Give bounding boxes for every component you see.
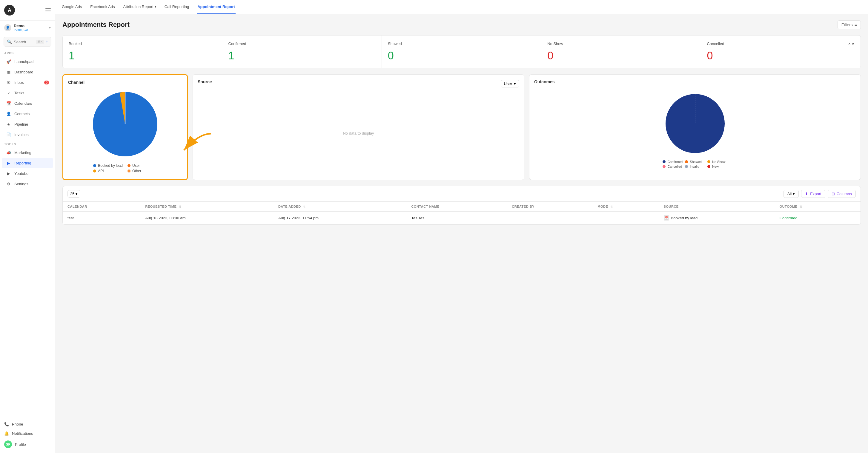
sidebar-item-invoices[interactable]: 📄 Invoices	[2, 130, 53, 140]
tab-attribution-report[interactable]: Attribution Report ▾	[123, 0, 157, 14]
source-cell: 📅 Booked by lead	[664, 215, 770, 221]
sidebar-item-phone[interactable]: 📞 Phone	[0, 420, 55, 429]
stat-label-confirmed: Confirmed	[228, 41, 375, 46]
sidebar-item-reporting[interactable]: ▶ Reporting	[2, 158, 53, 168]
marketing-icon: 📣	[6, 150, 11, 155]
filter-all-dropdown[interactable]: All ▾	[783, 190, 799, 198]
sidebar-item-marketing[interactable]: 📣 Marketing	[2, 148, 53, 158]
cell-mode	[593, 212, 659, 224]
page-size-control: 25 ▾	[67, 190, 80, 198]
sidebar-item-calendars[interactable]: 📅 Calendars	[2, 98, 53, 108]
export-button[interactable]: ⬆ Export	[801, 190, 825, 198]
col-date-added[interactable]: Date Added ⇅	[274, 202, 406, 212]
col-mode[interactable]: Mode ⇅	[593, 202, 659, 212]
sidebar-item-settings[interactable]: ⚙ Settings	[2, 179, 53, 189]
legend-api: API	[93, 169, 123, 173]
stat-label-cancelled: Cancelled ∧ ∨	[707, 41, 855, 46]
legend-user: User	[127, 164, 157, 168]
sidebar-item-label: Inbox	[14, 80, 24, 85]
channel-chart-card: Channel Booked by lead	[62, 74, 188, 180]
notifications-icon: 🔔	[4, 431, 9, 436]
charts-row: Channel Booked by lead	[62, 74, 861, 180]
table-actions: All ▾ ⬆ Export ⊞ Columns	[783, 190, 856, 198]
apps-section-label: Apps	[0, 49, 55, 56]
columns-icon: ⊞	[832, 192, 835, 196]
tab-google-ads[interactable]: Google Ads	[61, 0, 83, 14]
sidebar-item-label: Launchpad	[14, 59, 33, 64]
pipeline-icon: ◈	[6, 122, 11, 127]
tasks-icon: ✓	[6, 90, 11, 96]
tab-facebook-ads[interactable]: Facebook Ads	[90, 0, 115, 14]
sidebar-item-profile[interactable]: GP Profile	[0, 438, 55, 451]
sidebar-item-dashboard[interactable]: ▦ Dashboard	[2, 67, 53, 77]
sidebar-item-inbox[interactable]: ✉ Inbox 0	[2, 77, 53, 88]
filters-button[interactable]: Filters ≡	[838, 20, 861, 29]
upload-icon[interactable]: ↑	[46, 39, 48, 44]
sidebar-item-launchpad[interactable]: 🚀 Launchpad	[2, 56, 53, 67]
stat-value-no-show: 0	[547, 50, 694, 62]
channel-legend: Booked by lead User API Other	[93, 164, 157, 173]
account-location: Irvine, CA	[14, 28, 46, 32]
page-header: Appointments Report Filters ≡	[62, 20, 861, 29]
source-dropdown[interactable]: User ▾	[501, 80, 519, 88]
stat-value-showed: 0	[388, 50, 535, 62]
inbox-badge: 0	[44, 80, 49, 85]
page-title: Appointments Report	[62, 21, 130, 29]
outcomes-chart-title: Outcomes	[534, 79, 856, 84]
nav-tabs: Google Ads Facebook Ads Attribution Repo…	[61, 0, 236, 14]
profile-avatar: GP	[4, 441, 12, 448]
stat-label-no-show: No Show	[547, 41, 694, 46]
sidebar-item-label: Reporting	[14, 161, 31, 165]
account-icon: 👤	[4, 24, 11, 31]
channel-chart-area: Booked by lead User API Other	[68, 88, 182, 173]
sidebar-item-label: Contacts	[14, 111, 30, 116]
sidebar-item-label: Youtube	[14, 171, 28, 176]
cancelled-dot	[662, 165, 665, 168]
legend-invalid: Invalid	[685, 165, 705, 168]
sidebar-footer: 📞 Phone 🔔 Notifications GP Profile	[0, 417, 55, 453]
col-created-by: Created By	[507, 202, 593, 212]
sidebar-item-notifications[interactable]: 🔔 Notifications	[0, 429, 55, 438]
account-switcher[interactable]: 👤 Demo Irvine, CA ▾	[0, 21, 55, 35]
api-dot	[93, 169, 96, 172]
invalid-dot	[685, 165, 688, 168]
col-requested-time[interactable]: Requested Time ⇅	[140, 202, 273, 212]
youtube-icon: ▶	[6, 171, 11, 176]
source-booked-icon: 📅	[664, 215, 669, 221]
appointments-table: Calendar Requested Time ⇅ Date Added ⇅ C…	[63, 202, 861, 224]
page-size-select[interactable]: 25 ▾	[67, 190, 80, 198]
tab-appointment-report[interactable]: Appointment Report	[197, 0, 236, 14]
stat-card-showed: Showed 0	[382, 35, 541, 68]
sidebar-item-youtube[interactable]: ▶ Youtube	[2, 168, 53, 179]
top-navigation: Google Ads Facebook Ads Attribution Repo…	[55, 0, 868, 14]
sidebar-item-tasks[interactable]: ✓ Tasks	[2, 88, 53, 98]
cell-date-added: Aug 17 2023, 11:54 pm	[274, 212, 406, 224]
sidebar-item-label: Pipeline	[14, 122, 28, 127]
phone-icon: 📞	[4, 422, 9, 426]
outcomes-chart-area: Confirmed Showed No Show Cancelled	[534, 88, 856, 171]
cancelled-chevrons[interactable]: ∧ ∨	[848, 41, 855, 46]
sort-icon: ⇅	[800, 205, 802, 208]
user-dot	[127, 164, 130, 167]
appointments-table-section: 25 ▾ All ▾ ⬆ Export ⊞ Columns	[62, 186, 861, 225]
sidebar-item-label: Tasks	[14, 91, 24, 95]
sidebar-item-label: Calendars	[14, 101, 32, 106]
hamburger-menu[interactable]	[45, 8, 51, 12]
stat-card-no-show: No Show 0	[541, 35, 701, 68]
account-name: Demo	[14, 24, 46, 28]
phone-label: Phone	[12, 422, 23, 426]
col-outcome[interactable]: Outcome ⇅	[775, 202, 861, 212]
columns-button[interactable]: ⊞ Columns	[828, 190, 856, 198]
cell-created-by	[507, 212, 593, 224]
attribution-dropdown-icon: ▾	[155, 5, 156, 8]
sidebar-item-pipeline[interactable]: ◈ Pipeline	[2, 119, 53, 129]
sidebar-item-label: Dashboard	[14, 70, 33, 74]
page-content: Appointments Report Filters ≡ Booked 1 C…	[55, 14, 868, 453]
sidebar-item-contacts[interactable]: 👤 Contacts	[2, 109, 53, 119]
sidebar-item-label: Invoices	[14, 132, 29, 137]
source-chart-area: No data to display	[198, 91, 519, 175]
search-bar[interactable]: 🔍 Search ⌘K ↑	[4, 37, 51, 46]
tab-call-reporting[interactable]: Call Reporting	[164, 0, 190, 14]
contacts-icon: 👤	[6, 111, 11, 117]
stat-value-booked: 1	[69, 50, 216, 62]
